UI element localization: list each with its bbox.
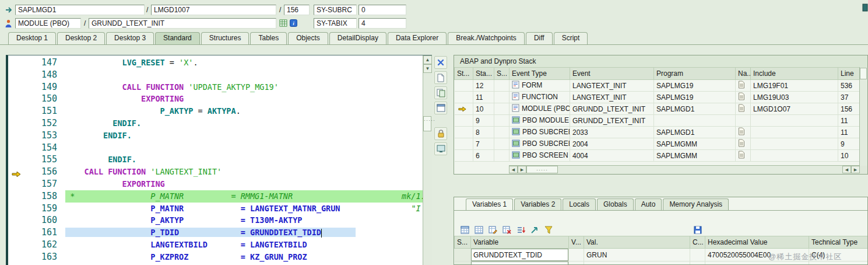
scroll-up-button[interactable]: ▲ [423, 55, 432, 64]
event-name-field[interactable]: GRUNDD_LTEXT_INIT [89, 18, 276, 29]
stack-column-header-program[interactable]: Program [654, 68, 736, 80]
scroll-right-button[interactable]: ▶ [518, 166, 526, 173]
code-scrollbar-thumb[interactable]: ····· [423, 116, 431, 131]
scroll-left-button[interactable]: ◀ [509, 166, 518, 173]
navigate-icon[interactable] [5, 6, 13, 14]
line-number[interactable]: 161 [8, 226, 65, 239]
window-button[interactable] [434, 102, 447, 114]
line-number[interactable]: 148 [8, 69, 65, 81]
stack-hscrollbar-thumb[interactable]: ····· [526, 166, 558, 173]
line-number[interactable]: 162 [8, 239, 65, 251]
stack-row[interactable]: 6PBO SCREEN4004SAPLMGMM10 [455, 150, 860, 162]
goto-button[interactable] [529, 224, 540, 236]
tab-desktop-2[interactable]: Desktop 2 [57, 32, 105, 44]
stack-column-header-s[interactable]: S... [494, 68, 509, 80]
code-line[interactable]: * P_MATNR = RMMG1-MATNR mk/1. [65, 190, 423, 203]
doc-icon[interactable] [738, 139, 745, 149]
scroll-right-button-2[interactable]: ▶ [851, 166, 860, 173]
variable-row[interactable]: GRUNDDTEXT_TDIDGRUN4700520055004E00C(4) [455, 249, 868, 261]
line-number[interactable]: 157 [8, 178, 65, 190]
line-number[interactable]: 155 [8, 154, 65, 166]
delete-row-button[interactable] [501, 224, 512, 236]
code-line[interactable]: P_MATNR = LANGTEXT_MATNR_GRUN "I [65, 203, 423, 215]
scroll-left-button-2[interactable]: ◀ [842, 166, 851, 173]
variable-cell-name[interactable]: GRUNDDTEXT_TDID [471, 249, 569, 261]
line-number-field[interactable]: 156 [284, 5, 310, 15]
code-line[interactable]: LVG_RESET = 'X'. [65, 57, 423, 69]
code-line[interactable]: P_TDID = GRUNDDTEXT_TDID [65, 226, 423, 239]
code-vertical-scrollbar[interactable]: ▲ ▼ ····· [423, 55, 432, 265]
line-number[interactable]: 160 [8, 214, 65, 226]
tab-script[interactable]: Script [554, 32, 588, 44]
code-line[interactable]: P_AKTYP = AKTYPA. [65, 105, 423, 117]
stack-scrollbar-thumb[interactable] [860, 68, 867, 79]
variables-column-header-val[interactable]: Val. [584, 236, 690, 249]
tab-auto[interactable]: Auto [635, 198, 662, 210]
tab-memory-analysis[interactable]: Memory Analysis [663, 198, 729, 210]
line-number[interactable]: 154 [8, 142, 65, 154]
variables-column-header-technical-type[interactable]: Technical Type [809, 236, 868, 249]
code-line[interactable]: P_KZPROZ = KZ_GRUN_PROZ [65, 251, 423, 263]
table-button[interactable] [459, 224, 470, 236]
code-line[interactable]: ENDIF. [65, 130, 423, 142]
sort-button[interactable] [515, 224, 526, 236]
code-line[interactable]: ENDIF. [65, 117, 423, 130]
tab-standard[interactable]: Standard [155, 32, 200, 44]
variable-cell-select[interactable] [455, 249, 471, 261]
stack-row[interactable]: 8PBO SUBCREEN2033SAPLMGD111 [455, 127, 860, 138]
tab-variables-1[interactable]: Variables 1 [466, 198, 513, 210]
program-field[interactable]: SAPLMGD1 [15, 5, 145, 15]
line-number[interactable]: 158 [8, 190, 65, 203]
variables-column-header-c[interactable]: C... [690, 236, 705, 249]
stack-row[interactable]: 7PBO SUBCREEN2004SAPLMGMM9 [455, 138, 860, 150]
tab-tables[interactable]: Tables [250, 32, 287, 44]
stack-column-header-line[interactable]: Line [838, 68, 860, 80]
code-line[interactable]: P_AKTYP = T130M-AKTYP [65, 214, 423, 226]
code-line[interactable]: CALL FUNCTION 'LANGTEXT_INIT' [65, 166, 423, 178]
table-small-icon[interactable] [279, 19, 287, 27]
stack-column-header-include[interactable]: Include [751, 68, 838, 80]
scroll-down-button[interactable]: ▼ [423, 64, 432, 73]
line-number[interactable]: 153 [8, 130, 65, 142]
tab-structures[interactable]: Structures [201, 32, 249, 44]
stack-row[interactable]: 11FUNCTIONLANGTEXT_INITSAPLMG19LMG19U033… [455, 92, 860, 103]
line-number[interactable]: 150 [8, 93, 65, 105]
copy-button[interactable] [434, 86, 447, 99]
stack-horizontal-scrollbar[interactable]: ◀ ▶ ····· ◀ ▶ [509, 165, 860, 174]
doc-icon[interactable] [738, 127, 745, 137]
variable-cell-name[interactable] [471, 261, 569, 265]
line-number[interactable]: 149 [8, 81, 65, 93]
line-number[interactable]: 147 [8, 57, 65, 69]
stack-column-header-event[interactable]: Event [570, 68, 654, 80]
variables-column-header-hexadecimal-value[interactable]: Hexadecimal Value [705, 236, 809, 249]
stack-column-header-na[interactable]: Na... [736, 68, 751, 80]
variable-cell-select[interactable] [455, 261, 471, 265]
doc-icon[interactable] [738, 81, 745, 90]
code-line[interactable] [65, 69, 423, 81]
doc-icon[interactable] [738, 151, 745, 161]
variables-column-header-s[interactable]: S... [455, 236, 471, 249]
code-line[interactable]: EXPORTING [65, 178, 423, 190]
include-field[interactable]: LMGD1007 [151, 5, 276, 15]
edit-table-button[interactable] [487, 224, 498, 236]
filter-button[interactable] [543, 224, 554, 236]
stack-row[interactable]: 10MODULE (PBO)GRUNDD_LTEXT_INITSAPLMGD1L… [455, 103, 860, 115]
line-number[interactable]: 152 [8, 117, 65, 130]
code-lines[interactable]: 147 LVG_RESET = 'X'.148149 CALL FUNCTION… [8, 55, 423, 265]
tab-globals[interactable]: Globals [597, 198, 634, 210]
doc-icon[interactable] [738, 104, 745, 114]
lock-button[interactable] [434, 127, 447, 140]
tab-objects[interactable]: Objects [288, 32, 328, 44]
close-button[interactable] [434, 56, 447, 69]
line-number[interactable]: 156 [8, 166, 65, 178]
tab-break-watchpoints[interactable]: Break./Watchpoints [448, 32, 525, 44]
tab-diff[interactable]: Diff [526, 32, 553, 44]
variables-column-header-v[interactable]: V... [569, 236, 584, 249]
line-number[interactable]: 159 [8, 203, 65, 215]
grid-button[interactable] [473, 224, 484, 236]
code-line[interactable]: ENDIF. [65, 154, 423, 166]
tab-desktop-1[interactable]: Desktop 1 [8, 32, 56, 44]
line-number[interactable]: 151 [8, 105, 65, 117]
tab-locals[interactable]: Locals [563, 198, 596, 210]
code-line[interactable]: LANGTEXTBILD = LANGTEXTBILD [65, 239, 423, 251]
